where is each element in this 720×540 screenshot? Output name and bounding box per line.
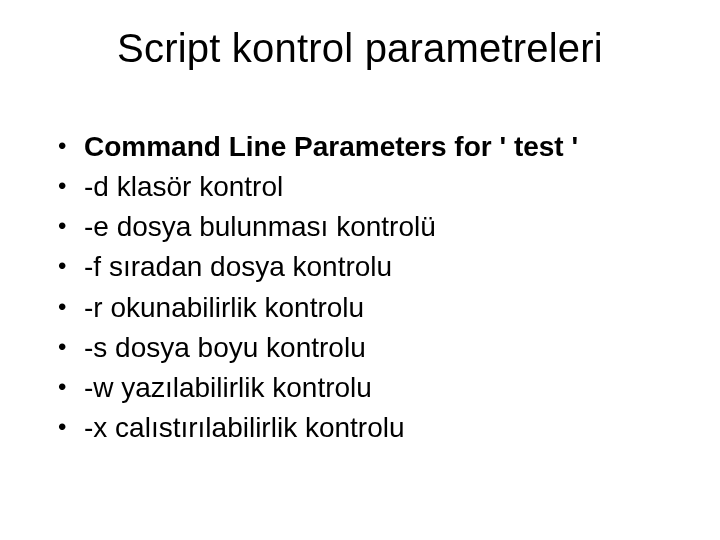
list-item-text: -e dosya bulunması kontrolü xyxy=(84,211,436,242)
list-item: -f sıradan dosya kontrolu xyxy=(52,250,668,284)
list-item-text: -w yazılabilirlik kontrolu xyxy=(84,372,372,403)
slide-body: Command Line Parameters for ' test ' -d … xyxy=(52,130,668,451)
list-item-text: -f sıradan dosya kontrolu xyxy=(84,251,392,282)
list-item: -e dosya bulunması kontrolü xyxy=(52,210,668,244)
list-item-text: -s dosya boyu kontrolu xyxy=(84,332,366,363)
list-item: -d klasör kontrol xyxy=(52,170,668,204)
list-item: -s dosya boyu kontrolu xyxy=(52,331,668,365)
slide: Script kontrol parametreleri Command Lin… xyxy=(0,0,720,540)
list-item: -r okunabilirlik kontrolu xyxy=(52,291,668,325)
list-item-text: -r okunabilirlik kontrolu xyxy=(84,292,364,323)
list-item-text: -d klasör kontrol xyxy=(84,171,283,202)
list-item: -w yazılabilirlik kontrolu xyxy=(52,371,668,405)
bullet-list: Command Line Parameters for ' test ' -d … xyxy=(52,130,668,445)
list-item: -x calıstırılabilirlik kontrolu xyxy=(52,411,668,445)
list-item-text: Command Line Parameters for ' test ' xyxy=(84,131,578,162)
list-item: Command Line Parameters for ' test ' xyxy=(52,130,668,164)
list-item-text: -x calıstırılabilirlik kontrolu xyxy=(84,412,405,443)
slide-title: Script kontrol parametreleri xyxy=(0,26,720,71)
